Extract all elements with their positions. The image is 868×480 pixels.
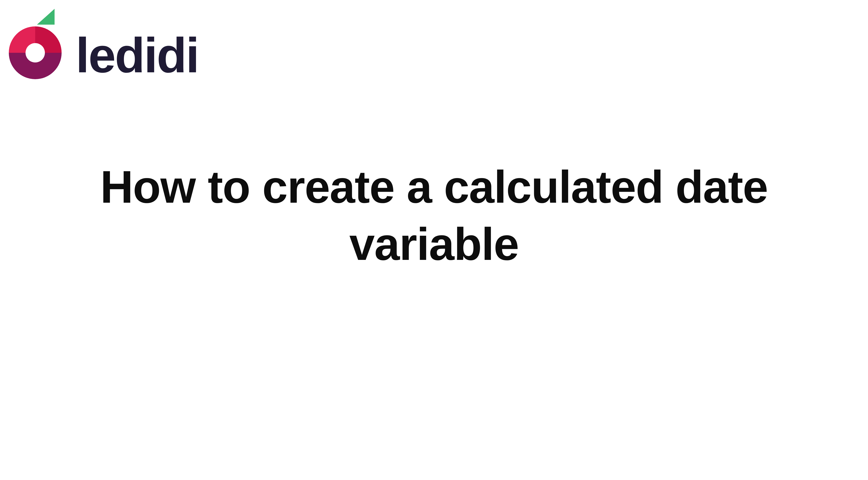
logo-container: ledidi [9, 9, 198, 79]
svg-point-0 [26, 43, 45, 62]
leaf-icon [37, 9, 55, 25]
circle-icon [9, 26, 62, 79]
logo-text: ledidi [76, 33, 198, 79]
logo-icon [9, 9, 69, 79]
title-container: How to create a calculated date variable [0, 158, 868, 273]
page-title: How to create a calculated date variable [82, 158, 786, 273]
